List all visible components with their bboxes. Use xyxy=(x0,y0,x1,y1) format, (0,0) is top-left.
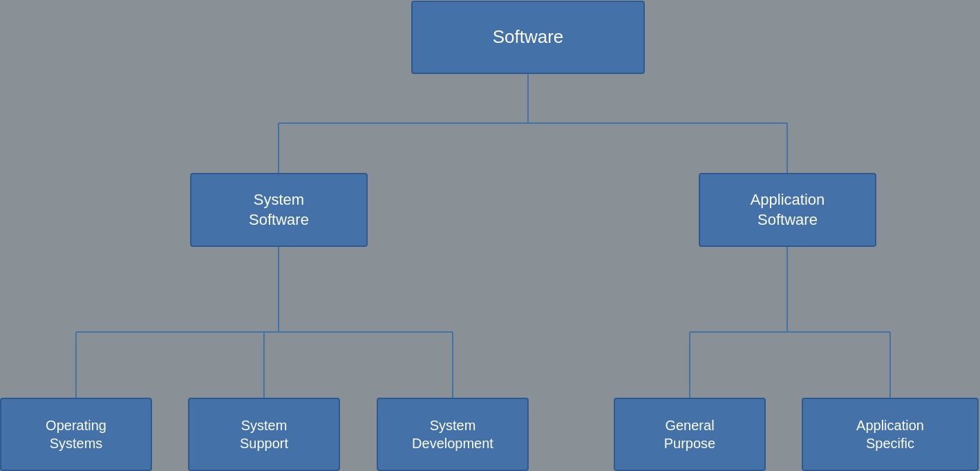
operating-systems-node: Operating Systems xyxy=(0,398,152,471)
application-software-node: Application Software xyxy=(699,173,876,247)
general-purpose-node: General Purpose xyxy=(614,398,766,471)
application-specific-node: Application Specific xyxy=(802,398,979,471)
software-node: Software xyxy=(411,1,645,74)
diagram: Software System Software Application Sof… xyxy=(0,0,980,471)
system-development-node: System Development xyxy=(377,398,529,471)
system-support-node: System Support xyxy=(188,398,340,471)
system-software-node: System Software xyxy=(190,173,368,247)
